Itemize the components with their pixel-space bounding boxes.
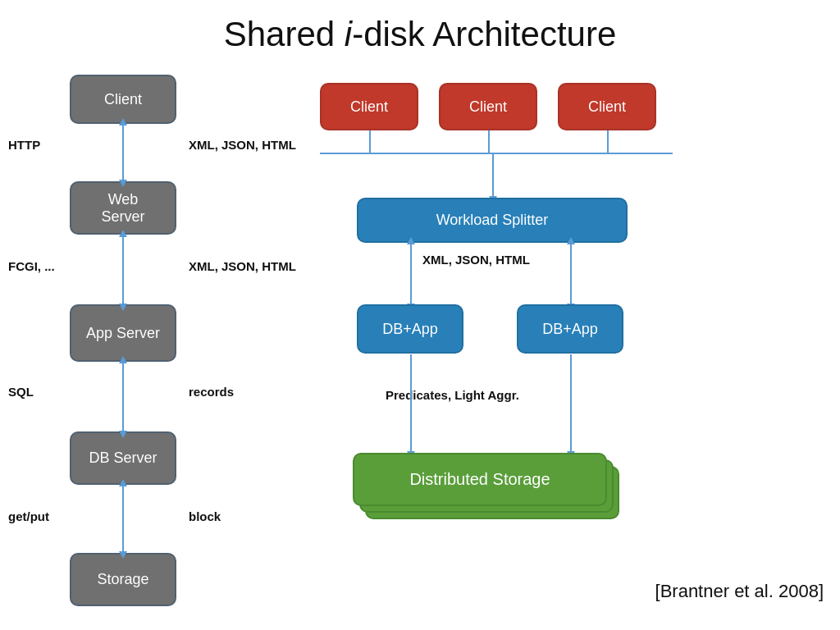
- arrow-hline-splitter: [492, 154, 494, 197]
- right-client3-box: Client: [558, 83, 656, 130]
- left-db-server-box: DB Server: [70, 431, 176, 485]
- left-client-box: Client: [70, 75, 176, 124]
- label-http: HTTP: [8, 138, 40, 152]
- arrow-dbapp2-storage: [570, 354, 572, 452]
- arrow-db-storage: [122, 486, 124, 552]
- label-records: records: [189, 385, 234, 399]
- right-dbapp1-box: DB+App: [357, 304, 463, 354]
- v-line-client1: [369, 130, 371, 153]
- label-xml-json-html-2: XML, JSON, HTML: [189, 259, 296, 273]
- label-predicates: Predicates, Light Aggr.: [386, 388, 519, 402]
- v-line-client2: [488, 130, 490, 153]
- diagrams-container: Client WebServer App Server DB Server St…: [0, 62, 840, 627]
- v-line-client3: [607, 130, 609, 153]
- right-splitter-box: Workload Splitter: [357, 198, 628, 243]
- right-diagram: Client Client Client Workload Splitter X…: [312, 62, 840, 627]
- label-fcgi: FCGI, ...: [8, 259, 55, 273]
- label-xml-json-html-1: XML, JSON, HTML: [189, 138, 296, 152]
- label-getput: get/put: [8, 509, 49, 523]
- right-storage-box: Distributed Storage: [353, 453, 607, 506]
- label-xml-json-html-right: XML, JSON, HTML: [422, 253, 530, 267]
- arrow-client-web: [122, 125, 124, 180]
- arrow-splitter-dbapp1: [410, 244, 412, 304]
- label-sql: SQL: [8, 385, 34, 399]
- right-client2-box: Client: [439, 83, 537, 130]
- left-app-server-box: App Server: [70, 304, 176, 362]
- left-storage-box: Storage: [70, 553, 176, 606]
- citation: [Brantner et al. 2008]: [655, 581, 824, 602]
- right-dbapp2-box: DB+App: [517, 304, 623, 354]
- arrow-splitter-dbapp2: [570, 244, 572, 304]
- left-diagram: Client WebServer App Server DB Server St…: [0, 62, 312, 627]
- arrow-app-db: [122, 363, 124, 431]
- right-client1-box: Client: [320, 83, 418, 130]
- horizontal-line: [320, 153, 673, 154]
- page-title: Shared i-disk Architecture: [0, 0, 840, 62]
- left-web-server-box: WebServer: [70, 181, 176, 235]
- arrow-web-app: [122, 236, 124, 304]
- arrow-dbapp1-storage: [410, 354, 412, 452]
- label-block: block: [189, 509, 221, 523]
